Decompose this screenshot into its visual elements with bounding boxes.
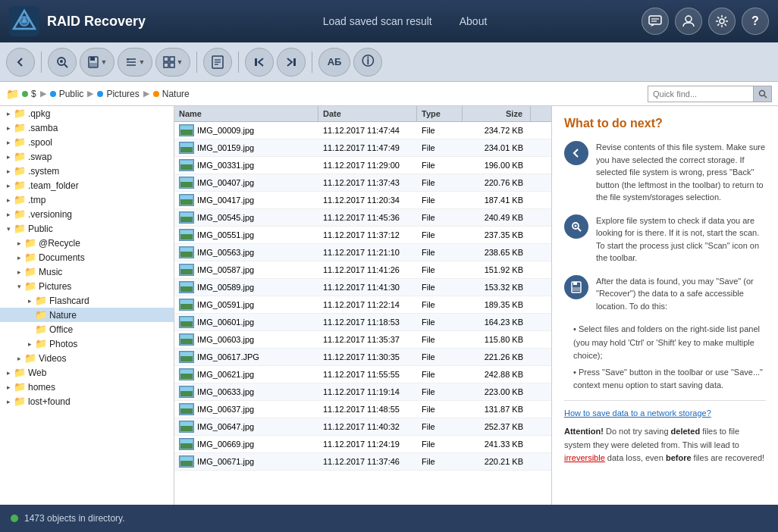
tree-item-swap[interactable]: ▸📁.swap — [0, 149, 174, 164]
tree-item-tmp[interactable]: ▸📁.tmp — [0, 192, 174, 207]
tree-item-system[interactable]: ▸📁.system — [0, 164, 174, 178]
tree-toggle-music: ▸ — [14, 267, 24, 277]
file-type-cell: File — [417, 193, 463, 207]
svg-rect-29 — [293, 58, 296, 66]
file-size-cell: 241.33 KB — [463, 437, 531, 451]
svg-point-9 — [720, 19, 724, 23]
tree-item-qpkg[interactable]: ▸📁.qpkg — [0, 106, 174, 120]
file-type-cell: File — [417, 420, 463, 433]
tree-item-flashcard[interactable]: ▸📁Flashcard — [0, 293, 174, 308]
breadcrumb-nature[interactable]: Nature — [162, 89, 190, 99]
file-row[interactable]: IMG_00633.jpg11.12.2017 11:19:14File223.… — [174, 383, 551, 401]
tree-item-versioning[interactable]: ▸📁.versioning — [0, 207, 174, 221]
tree-item-team_folder[interactable]: ▸📁.team_folder — [0, 178, 174, 192]
tree-folder-icon-pictures: 📁 — [24, 280, 36, 292]
file-thumbnail-icon — [179, 281, 194, 293]
save-arrow-icon: ▼ — [101, 58, 108, 66]
preview-button[interactable]: ▼ — [155, 48, 190, 77]
quick-find-button[interactable] — [754, 86, 772, 102]
user-button[interactable] — [675, 8, 702, 35]
file-name-text: IMG_00603.jpg — [197, 335, 254, 344]
file-row[interactable]: IMG_00637.jpg11.12.2017 11:48:55File131.… — [174, 401, 551, 418]
file-thumbnail-icon — [179, 124, 194, 136]
file-name-cell: IMG_00591.jpg — [174, 296, 318, 313]
file-thumbnail-icon — [179, 264, 194, 276]
tree-item-lost_found[interactable]: ▸📁lost+found — [0, 394, 174, 408]
tree-item-videos[interactable]: ▸📁Videos — [0, 351, 174, 365]
tree-panel: ▸📁.qpkg▸📁.samba▸📁.spool▸📁.swap▸📁.system▸… — [0, 106, 174, 505]
file-size-cell: 242.88 KB — [463, 368, 531, 381]
file-row[interactable]: IMG_00331.jpg11.12.2017 11:29:00File196.… — [174, 157, 551, 174]
tree-item-pictures[interactable]: ▾📁Pictures — [0, 279, 174, 293]
col-header-size: Size — [463, 106, 531, 121]
file-date-cell: 11.12.2017 11:47:49 — [318, 141, 417, 155]
tree-item-recycle[interactable]: ▸📁@Recycle — [0, 236, 174, 250]
file-name-text: IMG_00671.jpg — [197, 457, 254, 466]
file-row[interactable]: IMG_00407.jpg11.12.2017 11:37:43File220.… — [174, 174, 551, 192]
file-date-cell: 11.12.2017 11:55:55 — [318, 368, 417, 381]
back-button[interactable] — [6, 48, 35, 77]
settings-button[interactable] — [708, 8, 736, 35]
info-button[interactable]: ⓘ — [353, 48, 382, 77]
help-section-save: After the data is found, you may "Save" … — [564, 275, 766, 313]
save-button[interactable]: ▼ — [80, 48, 115, 77]
file-row[interactable]: IMG_00159.jpg11.12.2017 11:47:49File234.… — [174, 139, 551, 157]
file-date-cell: 11.12.2017 11:37:46 — [318, 455, 417, 468]
tree-item-homes[interactable]: ▸📁homes — [0, 380, 174, 394]
breadcrumb-pictures[interactable]: Pictures — [106, 89, 139, 99]
next-button[interactable] — [277, 48, 306, 77]
file-row[interactable]: IMG_00545.jpg11.12.2017 11:45:36File240.… — [174, 209, 551, 227]
file-row[interactable]: IMG_00009.jpg11.12.2017 11:47:44File234.… — [174, 122, 551, 139]
svg-rect-15 — [89, 63, 97, 67]
file-row[interactable]: IMG_00587.jpg11.12.2017 11:41:26File151.… — [174, 261, 551, 279]
file-row[interactable]: IMG_00589.jpg11.12.2017 11:41:30File153.… — [174, 279, 551, 296]
tree-label-team_folder: .team_folder — [28, 180, 79, 191]
file-row[interactable]: IMG_00563.jpg11.12.2017 11:21:10File238.… — [174, 244, 551, 261]
prev-icon — [253, 56, 265, 68]
file-row[interactable]: IMG_00601.jpg11.12.2017 11:18:53File164.… — [174, 314, 551, 331]
file-row[interactable]: IMG_00617.JPG11.12.2017 11:30:35File221.… — [174, 349, 551, 366]
tree-item-public[interactable]: ▾📁Public — [0, 221, 174, 236]
find-button[interactable] — [203, 48, 232, 77]
prev-button[interactable] — [245, 48, 274, 77]
tree-folder-icon-recycle: 📁 — [24, 237, 36, 249]
file-row[interactable]: IMG_00551.jpg11.12.2017 11:37:12File237.… — [174, 227, 551, 244]
file-row[interactable]: IMG_00647.jpg11.12.2017 11:40:32File252.… — [174, 418, 551, 436]
tree-item-documents[interactable]: ▸📁Documents — [0, 250, 174, 264]
tree-item-music[interactable]: ▸📁Music — [0, 264, 174, 279]
file-name-text: IMG_00545.jpg — [197, 213, 254, 222]
breadcrumb-public[interactable]: Public — [59, 89, 84, 99]
quick-find-input[interactable] — [648, 86, 754, 102]
tree-item-spool[interactable]: ▸📁.spool — [0, 135, 174, 149]
help-button[interactable]: ? — [742, 8, 769, 35]
tree-toggle-qpkg: ▸ — [3, 108, 14, 119]
file-row[interactable]: IMG_00603.jpg11.12.2017 11:35:37File115.… — [174, 331, 551, 349]
tree-item-web[interactable]: ▸📁Web — [0, 365, 174, 380]
tree-label-tmp: .tmp — [28, 195, 45, 205]
messages-button[interactable] — [642, 8, 669, 35]
tree-toggle-system: ▸ — [3, 166, 14, 177]
view-button[interactable]: ▼ — [118, 48, 152, 77]
tree-item-samba[interactable]: ▸📁.samba — [0, 120, 174, 135]
file-list-header: Name Date Type Size — [174, 106, 551, 122]
file-row[interactable]: IMG_00621.jpg11.12.2017 11:55:55File242.… — [174, 366, 551, 383]
file-row[interactable]: IMG_00669.jpg11.12.2017 11:24:19File241.… — [174, 436, 551, 453]
about-link[interactable]: About — [453, 12, 494, 30]
file-row[interactable]: IMG_00417.jpg11.12.2017 11:20:34File187.… — [174, 192, 551, 209]
svg-rect-28 — [255, 58, 257, 66]
font-button[interactable]: АБ — [318, 48, 350, 77]
tree-item-photos[interactable]: ▸📁Photos — [0, 336, 174, 351]
scan-button[interactable] — [48, 48, 77, 77]
file-row[interactable]: IMG_00591.jpg11.12.2017 11:22:14File189.… — [174, 296, 551, 314]
file-type-cell: File — [417, 228, 463, 242]
breadcrumb-dollar[interactable]: $ — [31, 89, 36, 99]
file-row[interactable]: IMG_00671.jpg11.12.2017 11:37:46File220.… — [174, 453, 551, 471]
file-name-text: IMG_00009.jpg — [197, 126, 254, 135]
tree-item-nature[interactable]: 📁Nature — [0, 308, 174, 322]
tree-toggle-office — [24, 324, 35, 335]
file-name-text: IMG_00647.jpg — [197, 422, 254, 431]
load-scan-link[interactable]: Load saved scan result — [317, 12, 438, 30]
nav-links: Load saved scan result About — [168, 12, 642, 30]
tree-item-office[interactable]: 📁Office — [0, 322, 174, 336]
network-storage-link[interactable]: How to save data to a network storage? — [564, 408, 766, 418]
